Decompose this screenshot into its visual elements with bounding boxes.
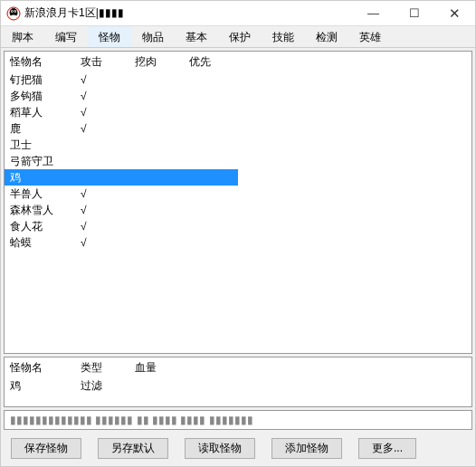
cell-attack bbox=[75, 153, 129, 169]
cell-name: 食人花 bbox=[5, 218, 75, 234]
cell-dig bbox=[129, 169, 184, 186]
table-row[interactable]: 食人花√ bbox=[5, 218, 471, 234]
table-row[interactable]: 钉把猫√ bbox=[5, 71, 471, 88]
cell-dig bbox=[129, 137, 184, 153]
svg-point-5 bbox=[14, 11, 15, 12]
button-row: 保存怪物另存默认读取怪物添加怪物更多... bbox=[4, 433, 472, 463]
cell-name: 鹿 bbox=[5, 120, 75, 137]
cell-prio bbox=[184, 120, 238, 137]
cell-prio bbox=[184, 234, 238, 251]
cell-attack: √ bbox=[75, 120, 129, 137]
app-icon bbox=[6, 6, 21, 21]
menu-item-3[interactable]: 物品 bbox=[131, 26, 175, 47]
save-default-button[interactable]: 另存默认 bbox=[98, 438, 168, 459]
table-row[interactable]: 蛤蟆√ bbox=[5, 234, 471, 251]
col-header-attack[interactable]: 攻击 bbox=[75, 53, 129, 70]
menu-item-8[interactable]: 英雄 bbox=[348, 26, 392, 47]
client-area: 怪物名 攻击 挖肉 优先 钉把猫√多钩猫√稻草人√鹿√卫士弓箭守卫鸡半兽人√森林… bbox=[1, 48, 475, 466]
cell-dig bbox=[129, 104, 184, 120]
menu-item-2[interactable]: 怪物 bbox=[88, 26, 131, 47]
cell-dig bbox=[129, 234, 184, 251]
cell-attack: √ bbox=[75, 218, 129, 234]
cell-name: 稻草人 bbox=[5, 104, 75, 120]
menu-item-1[interactable]: 编写 bbox=[44, 26, 88, 47]
table-row[interactable]: 弓箭守卫 bbox=[5, 153, 471, 169]
cell-dig bbox=[129, 88, 184, 104]
cell-prio bbox=[184, 71, 238, 88]
detail-header: 怪物名 类型 血量 bbox=[5, 357, 471, 377]
cell-attack: √ bbox=[75, 104, 129, 120]
status-text: ▮▮▮▮▮▮▮▮▮▮▮▮▮ ▮▮▮▮▮▮ ▮▮ ▮▮▮▮ ▮▮▮▮ ▮▮▮▮▮▮… bbox=[10, 414, 253, 426]
cell-name: 森林雪人 bbox=[5, 202, 75, 218]
col-header-name[interactable]: 怪物名 bbox=[5, 53, 75, 70]
table-row[interactable]: 卫士 bbox=[5, 137, 471, 153]
cell-prio bbox=[184, 137, 238, 153]
menu-item-4[interactable]: 基本 bbox=[175, 26, 218, 47]
cell-dig bbox=[129, 186, 184, 202]
monster-table-header: 怪物名 攻击 挖肉 优先 bbox=[5, 52, 471, 71]
app-window: 新浪浪月卡1区|▮▮▮▮ — ☐ ✕ 脚本编写怪物物品基本保护技能检测英雄 怪物… bbox=[0, 0, 476, 467]
monster-table-panel: 怪物名 攻击 挖肉 优先 钉把猫√多钩猫√稻草人√鹿√卫士弓箭守卫鸡半兽人√森林… bbox=[4, 51, 472, 354]
menu-item-7[interactable]: 检测 bbox=[305, 26, 348, 47]
col-header-prio[interactable]: 优先 bbox=[184, 53, 238, 70]
table-row[interactable]: 鸡 bbox=[5, 169, 471, 186]
menu-item-5[interactable]: 保护 bbox=[218, 26, 262, 47]
cell-name: 多钩猫 bbox=[5, 88, 75, 104]
col-header-dig[interactable]: 挖肉 bbox=[129, 53, 184, 70]
cell-prio bbox=[184, 169, 238, 186]
detail-col-hp[interactable]: 血量 bbox=[129, 359, 184, 376]
cell-dig bbox=[129, 153, 184, 169]
cell-dig bbox=[129, 71, 184, 88]
cell-prio bbox=[184, 186, 238, 202]
cell-attack: √ bbox=[75, 234, 129, 251]
cell-dig bbox=[129, 120, 184, 137]
cell-dig bbox=[129, 202, 184, 218]
detail-panel: 怪物名 类型 血量 鸡过滤 bbox=[4, 357, 472, 407]
cell-attack: √ bbox=[75, 88, 129, 104]
cell-name: 卫士 bbox=[5, 137, 75, 153]
cell-prio bbox=[184, 218, 238, 234]
detail-body[interactable]: 鸡过滤 bbox=[5, 377, 471, 394]
table-row[interactable]: 森林雪人√ bbox=[5, 202, 471, 218]
maximize-button[interactable]: ☐ bbox=[394, 1, 434, 26]
cell-attack: √ bbox=[75, 202, 129, 218]
svg-point-6 bbox=[11, 14, 17, 18]
table-row[interactable]: 鹿√ bbox=[5, 120, 471, 137]
detail-col-type[interactable]: 类型 bbox=[75, 359, 129, 376]
cell-prio bbox=[184, 104, 238, 120]
cell-attack bbox=[75, 169, 129, 186]
table-row[interactable]: 多钩猫√ bbox=[5, 88, 471, 104]
cell-name: 弓箭守卫 bbox=[5, 153, 75, 169]
cell-name: 钉把猫 bbox=[5, 71, 75, 88]
close-button[interactable]: ✕ bbox=[434, 1, 475, 26]
detail-cell-type: 过滤 bbox=[75, 377, 129, 394]
cell-prio bbox=[184, 202, 238, 218]
detail-cell-hp bbox=[129, 377, 184, 394]
menu-item-0[interactable]: 脚本 bbox=[1, 26, 44, 47]
detail-col-name[interactable]: 怪物名 bbox=[5, 359, 75, 376]
cell-name: 蛤蟆 bbox=[5, 234, 75, 251]
cell-attack bbox=[75, 137, 129, 153]
status-bar: ▮▮▮▮▮▮▮▮▮▮▮▮▮ ▮▮▮▮▮▮ ▮▮ ▮▮▮▮ ▮▮▮▮ ▮▮▮▮▮▮… bbox=[4, 410, 472, 430]
table-row[interactable]: 稻草人√ bbox=[5, 104, 471, 120]
titlebar: 新浪浪月卡1区|▮▮▮▮ — ☐ ✕ bbox=[1, 1, 475, 26]
cell-attack: √ bbox=[75, 186, 129, 202]
detail-cell-name: 鸡 bbox=[5, 377, 75, 394]
save-button[interactable]: 保存怪物 bbox=[11, 438, 81, 459]
monster-table-body[interactable]: 钉把猫√多钩猫√稻草人√鹿√卫士弓箭守卫鸡半兽人√森林雪人√食人花√蛤蟆√ bbox=[5, 71, 471, 353]
more-button[interactable]: 更多... bbox=[358, 438, 416, 459]
menu-item-6[interactable]: 技能 bbox=[262, 26, 305, 47]
detail-row[interactable]: 鸡过滤 bbox=[5, 377, 471, 394]
cell-name: 半兽人 bbox=[5, 186, 75, 202]
cell-dig bbox=[129, 218, 184, 234]
cell-prio bbox=[184, 88, 238, 104]
minimize-button[interactable]: — bbox=[353, 1, 394, 26]
cell-attack: √ bbox=[75, 71, 129, 88]
load-button[interactable]: 读取怪物 bbox=[185, 438, 255, 459]
add-button[interactable]: 添加怪物 bbox=[271, 438, 342, 459]
table-row[interactable]: 半兽人√ bbox=[5, 186, 471, 202]
window-title: 新浪浪月卡1区|▮▮▮▮ bbox=[24, 5, 124, 21]
cell-prio bbox=[184, 153, 238, 169]
cell-name: 鸡 bbox=[5, 169, 75, 186]
svg-point-4 bbox=[12, 11, 13, 12]
